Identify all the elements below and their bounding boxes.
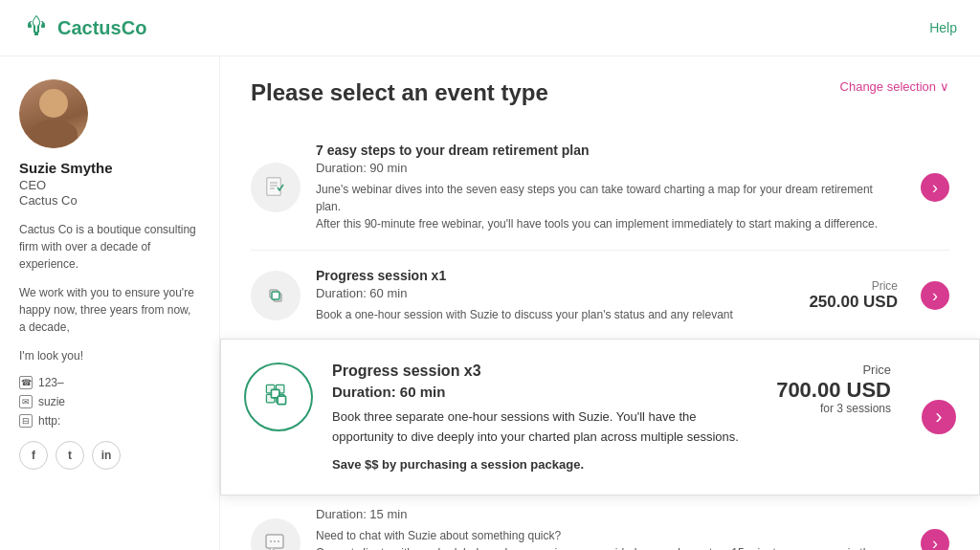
event-duration-retirement: Duration: 90 min (316, 161, 898, 175)
logo: CactusCo (23, 11, 146, 44)
sidebar-desc3: I'm look you! (19, 347, 200, 364)
chevron-down-icon: ∨ (940, 79, 949, 94)
svg-rect-10 (272, 292, 279, 299)
expanded-price-label-progress3: Price (776, 363, 891, 377)
sidebar-desc1: Cactus Co is a boutique consulting firm … (19, 221, 200, 273)
help-link[interactable]: Help (929, 20, 957, 35)
svg-point-20 (278, 540, 279, 542)
email-icon: ✉ (19, 395, 33, 408)
svg-rect-2 (34, 32, 38, 35)
svg-rect-1 (41, 26, 45, 28)
expanded-card-progress3: Progress session x3 Duration: 60 min Boo… (220, 339, 980, 495)
event-desc2-quickchat: Current clients with a scheduled one-hou… (316, 544, 898, 550)
price-label-progress1: Price (792, 279, 898, 293)
linkedin-icon[interactable]: in (92, 441, 121, 470)
event-desc1-progress1: Book a one-hour session with Suzie to di… (316, 306, 777, 323)
sidebar-desc2: We work with you to ensure you're happy … (19, 284, 200, 336)
event-icon-progress1 (251, 271, 301, 320)
content-header: Please select an event type Change selec… (251, 79, 949, 106)
svg-rect-16 (278, 396, 285, 404)
event-desc2-retirement: After this 90-minute free webinar, you'l… (316, 215, 898, 232)
phone-item: ☎ 123– (19, 376, 200, 389)
event-info-progress1: Progress session x1 Duration: 60 min Boo… (316, 268, 777, 323)
event-item-quickchat: Duration: 15 min Need to chat with Suzie… (251, 490, 949, 550)
website-item: ⊟ http: (19, 414, 200, 428)
event-desc1-quickchat: Need to chat with Suzie about something … (316, 527, 898, 544)
event-list: 7 easy steps to your dream retirement pl… (251, 125, 949, 550)
svg-point-18 (270, 540, 272, 542)
main-layout: Suzie Smythe CEO Cactus Co Cactus Co is … (0, 56, 980, 550)
change-selection-button[interactable]: Change selection ∨ (840, 79, 949, 94)
logo-text: CactusCo (57, 17, 146, 39)
event-icon-retirement (251, 163, 301, 212)
email-text: suzie (38, 395, 65, 408)
event-info-retirement: 7 easy steps to your dream retirement pl… (316, 143, 898, 232)
sidebar-role: CEO (19, 178, 200, 192)
expanded-price-progress3: Price 700.00 USD for 3 sessions (776, 363, 891, 427)
sidebar-name: Suzie Smythe (19, 160, 200, 176)
sidebar-contact: ☎ 123– ✉ suzie ⊟ http: (19, 376, 200, 428)
page-title: Please select an event type (251, 79, 548, 106)
expanded-title-progress3: Progress session x3 (332, 363, 757, 380)
event-info-quickchat: Duration: 15 min Need to chat with Suzie… (316, 507, 898, 550)
avatar (19, 79, 88, 148)
svg-point-19 (274, 540, 276, 542)
cactus-logo-icon (23, 11, 50, 44)
expanded-desc1-progress3: Book three separate one-hour sessions wi… (332, 407, 757, 448)
event-arrow-retirement[interactable] (921, 173, 949, 202)
phone-icon: ☎ (19, 376, 33, 389)
event-duration-progress1: Duration: 60 min (316, 286, 777, 300)
expanded-info-progress3: Progress session x3 Duration: 60 min Boo… (332, 363, 757, 472)
event-arrow-quickchat[interactable] (921, 529, 949, 551)
facebook-icon[interactable]: f (19, 441, 48, 470)
event-item-progress1: Progress session x1 Duration: 60 min Boo… (251, 251, 949, 341)
expanded-price-amount-progress3: 700.00 USD (776, 379, 891, 402)
event-desc1-retirement: June's webinar dives into the seven easy… (316, 181, 898, 215)
event-title-retirement: 7 easy steps to your dream retirement pl… (316, 143, 898, 158)
avatar-image (19, 79, 88, 148)
expanded-duration-progress3: Duration: 60 min (332, 384, 757, 400)
expanded-icon-progress3 (244, 363, 313, 431)
event-item-retirement: 7 easy steps to your dream retirement pl… (251, 125, 949, 251)
social-icons: f t in (19, 441, 200, 470)
price-amount-progress1: 250.00 USD (792, 293, 898, 312)
event-duration-quickchat: Duration: 15 min (316, 507, 898, 521)
event-icon-quickchat (251, 518, 301, 551)
expanded-price-sessions-progress3: for 3 sessions (776, 402, 891, 415)
sidebar-company: Cactus Co (19, 193, 200, 208)
expanded-save-progress3: Save $$ by purchasing a session package. (332, 457, 757, 472)
sidebar: Suzie Smythe CEO Cactus Co Cactus Co is … (0, 56, 220, 550)
expanded-arrow-progress3[interactable] (922, 400, 956, 434)
twitter-icon[interactable]: t (56, 441, 84, 470)
phone-text: 123– (38, 376, 64, 389)
event-title-progress1: Progress session x1 (316, 268, 777, 283)
email-item: ✉ suzie (19, 395, 200, 408)
event-price-progress1: Price 250.00 USD (792, 279, 898, 312)
website-icon: ⊟ (19, 414, 33, 428)
svg-rect-4 (267, 178, 280, 195)
content: Please select an event type Change selec… (220, 56, 980, 550)
header: CactusCo Help (0, 0, 980, 56)
svg-rect-0 (28, 26, 32, 28)
website-text: http: (38, 414, 60, 428)
event-arrow-progress1[interactable] (921, 281, 949, 310)
